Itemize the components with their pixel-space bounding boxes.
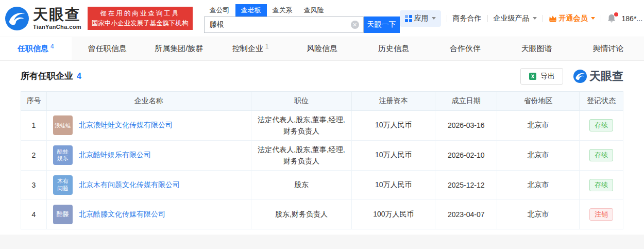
capital-cell: 10万人民币 — [352, 140, 435, 170]
province-cell: 北京市 — [497, 170, 580, 200]
province-cell: 北京市 — [497, 111, 580, 141]
company-avatar: 浪蛙蛙 — [53, 115, 73, 135]
notifications-bell-icon[interactable] — [607, 13, 616, 24]
header-right-nav: 应用 商务合作 企业级产品 开通会员 — [400, 10, 644, 27]
table-row: 2 酷蛙娱乐 北京酷蛙娱乐有限公司 法定代表人,股东,董事,经理,财务负责人 1… — [21, 140, 623, 170]
capital-cell: 10万人民币 — [352, 111, 435, 141]
capital-cell: 100万人民币 — [352, 200, 435, 229]
table-body: 1 浪蛙蛙 北京浪蛙蛙文化传媒有限公司 法定代表人,股东,董事,经理,财务负责人… — [21, 111, 623, 229]
account-menu[interactable]: 186*... — [622, 14, 644, 23]
row-index: 1 — [21, 111, 47, 141]
search-type-tab[interactable]: 查关系 — [267, 4, 298, 16]
row-index: 2 — [21, 140, 47, 170]
table-header-cell: 省份地区 — [497, 92, 580, 111]
vip-upgrade-menu[interactable]: 开通会员 — [549, 14, 595, 23]
divider — [543, 15, 543, 22]
main-content: 所有任职企业 4 导出 天眼查 序号企业名称职位注册资 — [0, 61, 644, 229]
logo-title: 天眼查 — [33, 7, 81, 22]
position-cell: 法定代表人,股东,董事,经理,财务负责人 — [251, 111, 352, 141]
company-count: 4 — [77, 72, 81, 81]
date-cell: 2026-03-16 — [435, 111, 497, 141]
date-cell: 2025-12-12 — [435, 170, 497, 200]
chevron-down-icon — [533, 17, 537, 20]
company-avatar: 酷蛙娱乐 — [53, 145, 73, 165]
section-tab[interactable]: 舆情讨论 — [572, 37, 644, 60]
search-type-tab[interactable]: 查老板 — [235, 4, 267, 16]
table-header-cell: 职位 — [251, 92, 352, 111]
slogan-line1: 都在用的商业查询工具 — [92, 9, 189, 19]
date-cell: 2023-04-07 — [435, 200, 497, 229]
position-cell: 股东,财务负责人 — [251, 200, 352, 229]
table-header-cell: 成立日期 — [435, 92, 497, 111]
export-button[interactable]: 导出 — [520, 68, 563, 85]
table-header-cell: 序号 — [21, 92, 47, 111]
company-link[interactable]: 北京酷滕文化传媒有限公司 — [79, 210, 165, 219]
tianyancha-logo[interactable]: 天眼查 TianYanCha.com — [5, 7, 81, 30]
position-cell: 股东 — [251, 170, 352, 200]
clear-search-icon[interactable]: ✕ — [351, 21, 359, 29]
table-header-cell: 登记状态 — [579, 92, 623, 111]
enterprise-products-menu[interactable]: 企业级产品 — [494, 14, 537, 23]
chevron-down-icon — [432, 17, 436, 20]
divider — [487, 15, 488, 22]
search-area: 查公司 查老板 查关系 查风险 ✕ 天眼一下 — [204, 4, 400, 33]
date-cell: 2026-02-10 — [435, 140, 497, 170]
table-header-row: 序号企业名称职位注册资本成立日期省份地区登记状态 — [21, 92, 623, 111]
page-title: 所有任职企业 — [21, 70, 73, 82]
divider — [447, 15, 447, 22]
notification-dot — [614, 12, 618, 16]
company-link[interactable]: 北京木有问题文化传媒有限公司 — [79, 180, 180, 190]
table-row: 3 木有问题 北京木有问题文化传媒有限公司 股东 10万人民币 2025-12-… — [21, 170, 623, 200]
excel-icon — [529, 72, 537, 80]
crown-icon — [549, 15, 557, 22]
apps-grid-icon — [405, 15, 412, 22]
search-button[interactable]: 天眼一下 — [364, 16, 400, 33]
company-avatar: 酷滕 — [53, 205, 73, 224]
section-tab[interactable]: 历史信息 — [358, 37, 429, 60]
watermark-logo: 天眼查 — [573, 69, 623, 84]
row-index: 3 — [21, 170, 47, 200]
table-row: 1 浪蛙蛙 北京浪蛙蛙文化传媒有限公司 法定代表人,股东,董事,经理,财务负责人… — [21, 111, 623, 141]
slogan-badge: 都在用的商业查询工具 国家中小企业发展子基金旗下机构 — [88, 7, 193, 30]
company-link[interactable]: 北京浪蛙蛙文化传媒有限公司 — [79, 121, 173, 130]
logo-subtitle: TianYanCha.com — [33, 24, 81, 30]
section-tab[interactable]: 任职信息 4 — [0, 37, 72, 60]
status-badge: 存续 — [589, 119, 613, 131]
table-header-cell: 企业名称 — [46, 92, 251, 111]
status-badge: 注销 — [589, 208, 613, 221]
account-phone: 186*... — [622, 14, 642, 23]
capital-cell: 10万人民币 — [352, 170, 435, 200]
province-cell: 北京市 — [497, 140, 580, 170]
tianyancha-logo-icon — [5, 7, 29, 30]
watermark-logo-icon — [573, 70, 587, 83]
search-type-tab[interactable]: 查风险 — [298, 4, 330, 16]
section-tab[interactable]: 合作伙伴 — [429, 37, 501, 60]
business-cooperation-link[interactable]: 商务合作 — [453, 14, 482, 23]
search-type-tab[interactable]: 查公司 — [204, 4, 235, 16]
chevron-down-icon — [591, 17, 595, 20]
section-tabs: 任职信息 4 曾任职信息 所属集团/族群 控制企业 1 风险信息 历史信息 合作… — [0, 37, 644, 61]
slogan-line2: 国家中小企业发展子基金旗下机构 — [92, 19, 189, 28]
section-tab[interactable]: 曾任职信息 — [72, 37, 143, 60]
apps-label: 应用 — [414, 14, 429, 23]
status-badge: 存续 — [589, 149, 613, 161]
province-cell: 北京市 — [497, 200, 580, 229]
positions-table: 序号企业名称职位注册资本成立日期省份地区登记状态 1 浪蛙蛙 北京浪蛙蛙文化传媒… — [21, 91, 623, 229]
section-tab[interactable]: 控制企业 1 — [215, 37, 286, 60]
top-header: 天眼查 TianYanCha.com 都在用的商业查询工具 国家中小企业发展子基… — [0, 0, 644, 37]
footer-strip — [0, 235, 644, 249]
status-badge: 存续 — [589, 179, 613, 191]
section-tab[interactable]: 所属集团/族群 — [143, 37, 215, 60]
position-cell: 法定代表人,股东,董事,经理,财务负责人 — [251, 140, 352, 170]
search-type-tabs: 查公司 查老板 查关系 查风险 — [204, 4, 400, 16]
search-input[interactable] — [205, 17, 363, 32]
table-header-cell: 注册资本 — [352, 92, 435, 111]
section-tab[interactable]: 风险信息 — [286, 37, 358, 60]
section-tab[interactable]: 天眼图谱 — [501, 37, 572, 60]
company-link[interactable]: 北京酷蛙娱乐有限公司 — [79, 151, 151, 160]
divider — [601, 15, 601, 22]
apps-menu-button[interactable]: 应用 — [400, 10, 441, 27]
company-avatar: 木有问题 — [53, 175, 73, 195]
row-index: 4 — [21, 200, 47, 229]
table-row: 4 酷滕 北京酷滕文化传媒有限公司 股东,财务负责人 100万人民币 2023-… — [21, 200, 623, 229]
